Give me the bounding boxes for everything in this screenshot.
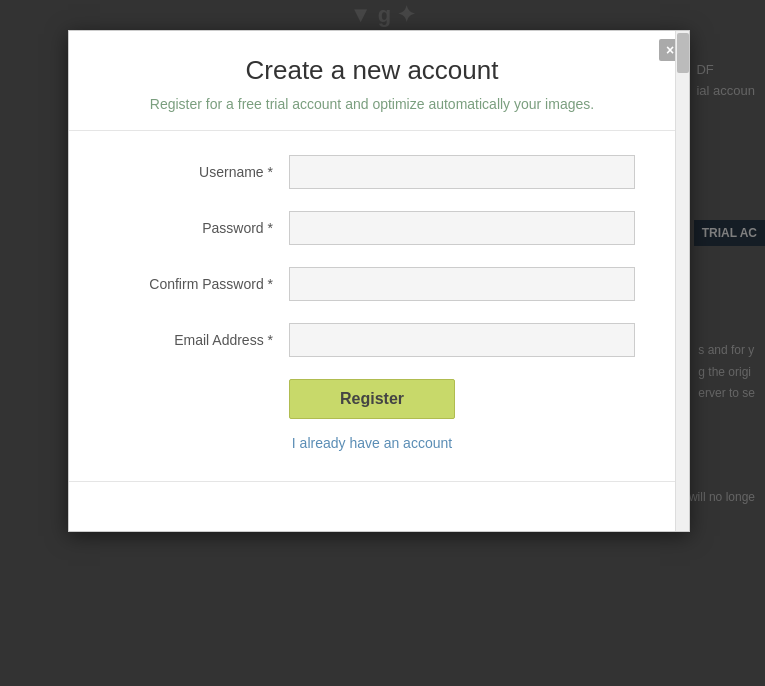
email-label: Email Address * [109, 332, 289, 348]
modal-body: Create a new account Register for a free… [69, 31, 675, 481]
scrollbar-thumb [677, 33, 689, 73]
email-row: Email Address * [109, 323, 635, 357]
modal-divider [69, 130, 675, 131]
modal-scrollbar[interactable] [675, 31, 689, 531]
confirm-password-label: Confirm Password * [109, 276, 289, 292]
modal-title: Create a new account [109, 55, 635, 86]
confirm-password-row: Confirm Password * [109, 267, 635, 301]
modal-subtitle: Register for a free trial account and op… [109, 96, 635, 112]
confirm-password-input[interactable] [289, 267, 635, 301]
already-account-link[interactable]: I already have an account [292, 435, 452, 451]
username-label: Username * [109, 164, 289, 180]
username-row: Username * [109, 155, 635, 189]
form-actions: Register I already have an account [109, 379, 635, 451]
password-input[interactable] [289, 211, 635, 245]
modal-dialog: × Create a new account Register for a fr… [68, 30, 690, 532]
password-row: Password * [109, 211, 635, 245]
register-button[interactable]: Register [289, 379, 455, 419]
modal-footer [69, 481, 675, 531]
username-input[interactable] [289, 155, 635, 189]
password-label: Password * [109, 220, 289, 236]
email-input[interactable] [289, 323, 635, 357]
